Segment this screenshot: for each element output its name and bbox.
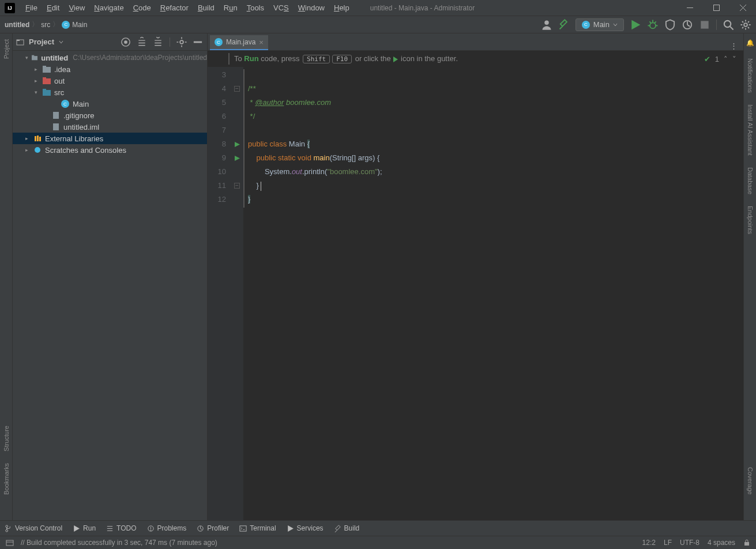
tool-problems[interactable]: Problems <box>147 524 187 532</box>
project-tool-window: Project ▾untitledC:\Users\Administrator\… <box>13 33 208 520</box>
status-position[interactable]: 12:2 <box>642 539 656 547</box>
notifications-bell-icon[interactable]: 🔔 <box>746 36 754 50</box>
prev-highlight-icon[interactable]: ˄ <box>724 55 728 63</box>
tool-ai-assistant[interactable]: Install AI Assistant <box>747 101 754 159</box>
menu-tools[interactable]: Tools <box>242 1 269 14</box>
profile-button[interactable] <box>682 19 693 31</box>
tool-run[interactable]: Run <box>73 524 96 532</box>
run-button[interactable] <box>630 19 641 31</box>
tree-scratches[interactable]: ▸Scratches and Consoles <box>13 144 207 156</box>
maximize-button[interactable] <box>703 0 729 16</box>
tree-out[interactable]: ▸out <box>13 75 207 87</box>
title-bar: File Edit View Navigate Code Refactor Bu… <box>0 0 756 16</box>
tool-coverage[interactable]: Coverage <box>747 464 754 498</box>
minimize-button[interactable] <box>676 0 703 16</box>
stop-button[interactable] <box>699 19 710 31</box>
settings-button[interactable] <box>740 19 751 31</box>
breadcrumb[interactable]: untitled〉 src〉 C Main <box>5 20 87 29</box>
tool-version-control[interactable]: Version Control <box>5 524 62 532</box>
check-icon[interactable]: ✔ <box>704 55 710 63</box>
menu-help[interactable]: Help <box>329 1 354 14</box>
menu-vcs[interactable]: VCS <box>269 1 294 14</box>
status-line-sep[interactable]: LF <box>664 539 672 547</box>
lock-icon[interactable] <box>743 539 750 546</box>
menu-bar: File Edit View Navigate Code Refactor Bu… <box>21 1 354 14</box>
expand-all-icon[interactable] <box>136 36 148 48</box>
svg-rect-23 <box>32 55 34 57</box>
tool-todo[interactable]: TODO <box>106 524 136 532</box>
java-class-icon: C <box>61 100 69 108</box>
tool-project[interactable]: Project <box>3 36 10 62</box>
run-gutter-icon[interactable] <box>231 137 243 151</box>
status-icon[interactable] <box>6 539 14 547</box>
java-class-icon: C <box>582 21 590 29</box>
code-editor[interactable]: 3456789101112 − − /** <box>208 67 743 520</box>
window-title: untitled - Main.java - Administrator <box>370 4 475 12</box>
tree-root[interactable]: ▾untitledC:\Users\Administrator\IdeaProj… <box>13 52 207 63</box>
tree-main-class[interactable]: CMain <box>13 98 207 110</box>
project-tree[interactable]: ▾untitledC:\Users\Administrator\IdeaProj… <box>13 51 207 520</box>
svg-rect-31 <box>53 123 59 130</box>
svg-line-10 <box>655 21 656 23</box>
menu-code[interactable]: Code <box>129 1 156 14</box>
tree-src[interactable]: ▾src <box>13 87 207 98</box>
svg-rect-33 <box>37 136 39 141</box>
tool-database[interactable]: Database <box>747 164 754 198</box>
run-config-selector[interactable]: C Main <box>576 18 624 31</box>
breadcrumb-file[interactable]: Main <box>72 21 87 29</box>
menu-run[interactable]: Run <box>219 1 242 14</box>
breadcrumb-folder[interactable]: src <box>41 21 50 29</box>
svg-rect-29 <box>43 89 46 91</box>
svg-rect-43 <box>6 540 13 546</box>
user-icon[interactable] <box>541 19 552 31</box>
tab-main-java[interactable]: C Main.java × <box>210 35 268 50</box>
next-highlight-icon[interactable]: ˅ <box>732 55 736 63</box>
search-button[interactable] <box>723 19 734 31</box>
collapse-all-icon[interactable] <box>152 36 164 48</box>
run-gutter-icon[interactable] <box>231 151 243 165</box>
editor-gutter[interactable]: − − <box>231 67 243 520</box>
menu-edit[interactable]: Edit <box>42 1 64 14</box>
debug-button[interactable] <box>647 19 659 31</box>
status-indent[interactable]: 4 spaces <box>708 539 735 547</box>
tree-gitignore[interactable]: .gitignore <box>13 110 207 121</box>
tool-bookmarks[interactable]: Bookmarks <box>3 460 10 498</box>
breadcrumb-project[interactable]: untitled <box>5 21 29 29</box>
svg-point-20 <box>180 40 183 44</box>
svg-rect-30 <box>53 112 59 119</box>
coverage-button[interactable] <box>664 19 676 31</box>
fold-icon[interactable]: − <box>234 183 240 189</box>
tab-label: Main.java <box>226 38 255 46</box>
svg-rect-32 <box>35 136 36 141</box>
build-hammer-icon[interactable] <box>558 19 570 31</box>
menu-file[interactable]: File <box>21 1 42 14</box>
menu-window[interactable]: Window <box>294 1 329 14</box>
tool-build[interactable]: Build <box>334 524 360 532</box>
tool-notifications[interactable]: Notifications <box>747 55 754 96</box>
menu-refactor[interactable]: Refactor <box>156 1 193 14</box>
tree-idea[interactable]: ▸.idea <box>13 63 207 75</box>
fold-icon[interactable]: − <box>234 86 240 92</box>
tool-endpoints[interactable]: Endpoints <box>747 202 754 238</box>
tool-services[interactable]: Services <box>287 524 324 532</box>
chevron-down-icon <box>613 22 618 27</box>
navigation-bar: untitled〉 src〉 C Main C Main <box>0 16 756 33</box>
svg-rect-42 <box>240 525 246 531</box>
select-opened-file-icon[interactable] <box>120 36 131 48</box>
tool-profiler[interactable]: Profiler <box>197 524 229 532</box>
tab-menu-icon[interactable]: ⋮ <box>724 42 743 50</box>
chevron-down-icon[interactable] <box>59 40 63 44</box>
code-body[interactable]: /** * @author boomlee.com */ public clas… <box>243 67 743 520</box>
menu-build[interactable]: Build <box>193 1 219 14</box>
tree-iml[interactable]: untitled.iml <box>13 121 207 133</box>
hide-icon[interactable] <box>192 36 204 48</box>
status-encoding[interactable]: UTF-8 <box>680 539 699 547</box>
close-button[interactable] <box>729 0 756 16</box>
gear-icon[interactable] <box>176 36 187 48</box>
close-tab-icon[interactable]: × <box>259 38 264 47</box>
menu-view[interactable]: View <box>64 1 89 14</box>
tool-terminal[interactable]: Terminal <box>239 524 276 532</box>
tree-external-libraries[interactable]: ▸External Libraries <box>13 133 207 144</box>
menu-navigate[interactable]: Navigate <box>89 1 128 14</box>
tool-structure[interactable]: Structure <box>3 422 10 455</box>
